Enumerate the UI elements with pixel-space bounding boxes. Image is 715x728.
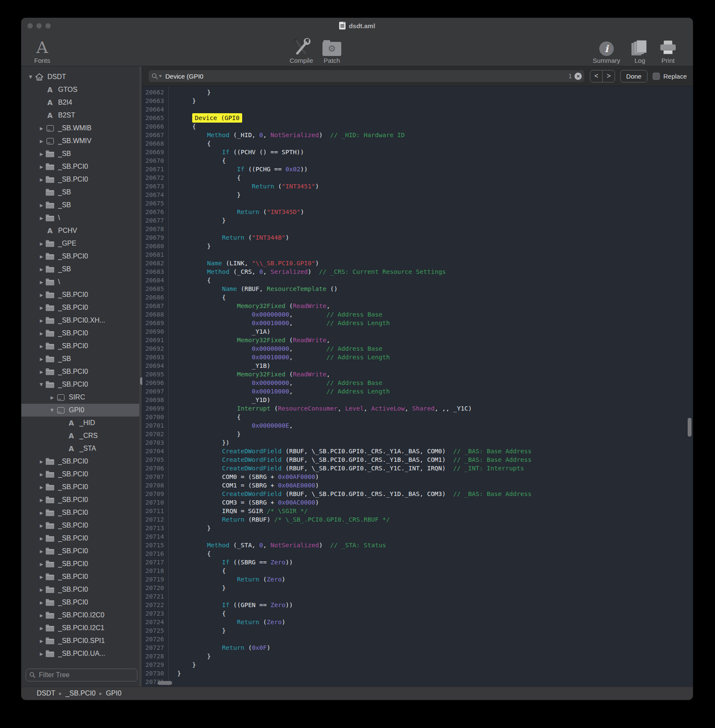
titlebar[interactable]: dsdt.aml [21,18,693,33]
disclosure-triangle[interactable]: ▶ [38,305,45,310]
disclosure-triangle[interactable]: ▶ [38,549,45,554]
tree-item[interactable]: ▶_SB.PCI0 [21,596,142,609]
disclosure-triangle[interactable]: ▶ [38,126,45,131]
search-input[interactable] [164,72,566,80]
disclosure-triangle[interactable]: ▶ [38,498,45,502]
disclosure-triangle[interactable]: ▶ [38,344,45,349]
disclosure-triangle[interactable]: ▶ [38,639,45,643]
tree-item[interactable]: ▶_SB.PCI0.I2C1 [21,622,142,634]
tree-item[interactable]: ▶_SB.PCI0.UA... [21,647,142,660]
tree-item[interactable]: ▶_SB [21,147,142,160]
tree-item[interactable]: ▶_SB.PCI0 [21,250,142,263]
print-button[interactable]: Print [659,35,677,64]
zoom-button[interactable] [45,23,51,29]
tree-item[interactable]: ▶_STA [21,442,142,455]
tree-item[interactable]: ▶_SB.PCI0 [21,532,142,545]
find-previous-button[interactable]: < [590,70,603,82]
tree-item[interactable]: ▶_CRS [21,429,142,442]
disclosure-triangle[interactable]: ▶ [38,626,45,631]
breadcrumb-item[interactable]: _SB.PCI0 [66,690,96,697]
disclosure-triangle[interactable]: ▶ [38,164,45,169]
tree-item[interactable]: ▶_SB.WMIV [21,135,142,147]
tree-item[interactable]: ▶_SB.PCI0 [21,583,142,596]
clear-search-button[interactable] [574,73,582,80]
disclosure-triangle[interactable]: ▶ [38,485,45,490]
disclosure-triangle[interactable]: ▶ [29,73,33,80]
tree-item[interactable]: ▶B2ST [21,109,142,122]
disclosure-triangle[interactable]: ▶ [38,318,45,323]
find-next-button[interactable]: > [603,70,615,82]
fonts-button[interactable]: A Fonts [34,35,50,64]
search-field[interactable]: 1 [148,70,585,82]
tree-item[interactable]: ▶_SB.PCI0 [21,340,142,352]
disclosure-triangle[interactable]: ▶ [38,536,45,541]
log-button[interactable]: Log [631,35,648,64]
disclosure-triangle[interactable]: ▶ [38,370,45,374]
tree-item[interactable]: ▶_SB.PCI0 [21,519,142,532]
filter-tree-input[interactable] [38,671,134,679]
breadcrumb-item[interactable]: DSDT [37,690,56,697]
tree-item[interactable]: ▶\ [21,276,142,288]
tree-item[interactable]: ▶_SB.PCI0.XH... [21,314,142,327]
tree-item[interactable]: ▶_SB [21,199,142,211]
tree-item[interactable]: ▶_SB.PCI0.I2C0 [21,609,142,622]
minimize-button[interactable] [36,23,42,29]
tree-item[interactable]: ▶_SB.WMIB [21,122,142,135]
code-area[interactable]: 2066220663206642066520666206672066820669… [142,86,693,687]
disclosure-triangle[interactable]: ▶ [38,523,45,528]
tree-item[interactable]: ▶_SB.PCI0 [21,506,142,519]
disclosure-triangle[interactable]: ▶ [38,203,45,208]
tree-item[interactable]: ▶_SB.PCI0 [21,570,142,583]
compile-button[interactable]: Compile [290,35,313,64]
disclosure-triangle[interactable]: ▶ [39,381,44,388]
disclosure-triangle[interactable]: ▶ [38,331,45,336]
disclosure-triangle[interactable]: ▶ [38,280,45,285]
disclosure-triangle[interactable]: ▶ [38,293,45,297]
disclosure-triangle[interactable]: ▶ [38,254,45,259]
tree-item[interactable]: ▶_GPE [21,237,142,250]
tree-item[interactable]: ▶B2I4 [21,96,142,109]
breadcrumb-item[interactable]: GPI0 [106,690,121,697]
tree-item[interactable]: ▶_SB.PCI0 [21,468,142,481]
disclosure-triangle[interactable]: ▶ [38,177,45,182]
tree-item[interactable]: ▶_SB.PCI0 [21,301,142,314]
summary-button[interactable]: Summary [593,35,620,64]
tree-item[interactable]: ▶_SB.PCI0 [21,327,142,340]
tree-item[interactable]: ▶PCHV [21,224,142,237]
disclosure-triangle[interactable]: ▶ [38,357,45,361]
tree-item[interactable]: ▶GPI0 [21,404,142,417]
disclosure-triangle[interactable]: ▶ [50,407,55,414]
tree-item[interactable]: ▶_SB [21,186,142,199]
disclosure-triangle[interactable]: ▶ [38,459,45,464]
disclosure-triangle[interactable]: ▶ [38,152,45,156]
tree-item[interactable]: ▶_SB.PCI0 [21,365,142,378]
tree-item[interactable]: ▶_HID [21,417,142,429]
patch-button[interactable]: ⚙ Patch [322,35,341,64]
tree-item[interactable]: ▶DSDT [21,70,142,83]
tree-item[interactable]: ▶_SB.PCI0 [21,455,142,468]
tree-item[interactable]: ▶_SB.PCI0 [21,545,142,558]
tree-item[interactable]: ▶_SB.PCI0 [21,173,142,186]
tree-item[interactable]: ▶_SB.PCI0 [21,378,142,391]
disclosure-triangle[interactable]: ▶ [38,562,45,567]
disclosure-triangle[interactable]: ▶ [38,652,45,656]
tree-item[interactable]: ▶_SB.PCI0 [21,288,142,301]
disclosure-triangle[interactable]: ▶ [38,600,45,605]
tree-item[interactable]: ▶_SB [21,352,142,365]
disclosure-triangle[interactable]: ▶ [38,472,45,477]
replace-checkbox[interactable] [653,73,660,80]
tree-item[interactable]: ▶_SB.PCI0 [21,493,142,506]
tree-item[interactable]: ▶SIRC [21,391,142,404]
tree-item[interactable]: ▶_SB.PCI0 [21,558,142,570]
tree-item[interactable]: ▶_SB.PCI0.SPI1 [21,634,142,647]
disclosure-triangle[interactable]: ▶ [38,139,45,144]
tree-item[interactable]: ▶GTOS [21,83,142,96]
tree-item[interactable]: ▶_SB.PCI0 [21,160,142,173]
close-button[interactable] [27,23,33,29]
filter-tree-field[interactable] [26,669,138,681]
disclosure-triangle[interactable]: ▶ [38,267,45,272]
disclosure-triangle[interactable]: ▶ [38,216,45,220]
tree-item[interactable]: ▶\ [21,211,142,224]
tree-item[interactable]: ▶_SB [21,263,142,276]
document-proxy-icon[interactable] [339,22,346,29]
